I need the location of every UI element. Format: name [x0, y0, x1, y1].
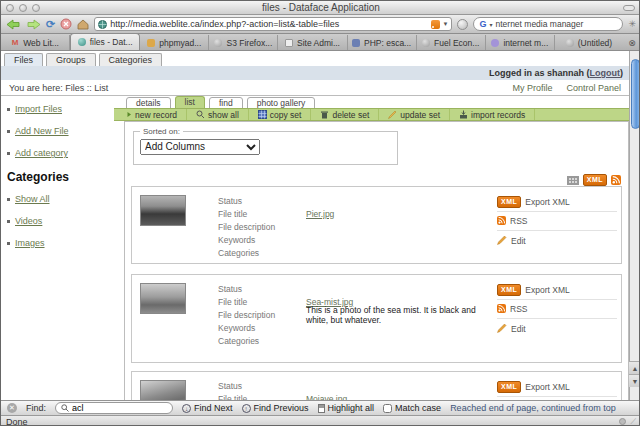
globe-teal-icon — [78, 38, 86, 46]
globe-gray-icon — [566, 39, 574, 47]
show-all-button[interactable]: show all — [187, 109, 249, 120]
new-record-button[interactable]: new record — [114, 109, 187, 120]
sidebar-show-all[interactable]: Show All — [15, 194, 50, 204]
magnifier-icon — [61, 404, 69, 412]
toolbar-extra-icon[interactable]: ✳ — [628, 19, 636, 29]
sorted-on-label: Sorted on: — [140, 127, 183, 136]
resize-grip-icon[interactable]: ⟋ — [630, 417, 636, 426]
browser-tab[interactable]: internet m... — [486, 35, 555, 50]
toolbar-toggle-pill[interactable] — [623, 5, 635, 11]
browser-tab[interactable]: MWeb Lit... — [1, 35, 70, 50]
find-field — [55, 402, 173, 414]
back-button[interactable] — [6, 19, 21, 30]
url-field: ▼ — [94, 17, 452, 31]
scrollbar-thumb[interactable] — [631, 59, 640, 129]
purple-site-icon — [491, 39, 499, 47]
browser-window: files - Dataface Application ⟳ ▼ G ▾ ✳ — [0, 0, 640, 426]
bullet-icon — [7, 152, 10, 155]
xml-export-icon: XML — [497, 284, 521, 296]
match-case-checkbox[interactable] — [383, 404, 392, 413]
home-button[interactable] — [77, 19, 89, 30]
logout-link[interactable]: Logout — [590, 68, 621, 78]
find-status-text: Reached end of page, continued from top — [450, 403, 616, 413]
arrow-down-circle-icon: ↓ — [182, 404, 191, 413]
close-findbar-button[interactable]: ✕ — [7, 403, 17, 413]
forward-button[interactable] — [26, 19, 41, 30]
browser-tab[interactable]: (Untitled) — [555, 35, 623, 50]
xml-export-icon[interactable]: XML — [583, 174, 607, 186]
record-row: Status File titleMojave.jpg File descrip… — [131, 371, 622, 400]
edit-pencil-icon — [497, 323, 507, 335]
xml-export-icon: XML — [497, 381, 521, 393]
status-text: Done — [6, 417, 28, 426]
browser-tab[interactable]: S3 Firefox... — [209, 35, 278, 50]
file-thumbnail[interactable] — [140, 195, 186, 226]
update-set-button[interactable]: update set — [379, 109, 450, 120]
window-titlebar: files - Dataface Application — [1, 1, 640, 15]
tab-groups[interactable]: Groups — [46, 53, 96, 66]
edit-link[interactable]: Edit — [511, 324, 526, 334]
url-input[interactable] — [110, 19, 427, 29]
scroll-down-arrow[interactable]: ▼ — [629, 374, 640, 387]
export-xml-link[interactable]: Export XML — [525, 285, 569, 295]
document-icon — [285, 39, 293, 47]
find-label: Find: — [26, 403, 46, 413]
browser-tab[interactable]: PHP: esca... — [348, 35, 417, 50]
gmail-icon: M — [11, 39, 19, 47]
go-button[interactable] — [457, 19, 468, 30]
file-title-link[interactable]: Pier.jpg — [306, 209, 334, 219]
sidebar-images[interactable]: Images — [15, 238, 45, 248]
file-thumbnail[interactable] — [140, 380, 186, 400]
sidebar-import-files[interactable]: Import Files — [15, 104, 62, 114]
search-engine-caret[interactable]: ▾ — [489, 21, 492, 28]
tab-files[interactable]: Files — [4, 53, 43, 66]
page-content: Files Groups Categories Logged in as sha… — [1, 51, 640, 400]
web-search-input[interactable] — [495, 19, 603, 29]
session-bar: Logged in as shannah (Logout) — [1, 66, 629, 80]
sidebar-add-new-file[interactable]: Add New File — [15, 126, 69, 136]
browser-tab[interactable]: Site Admi... — [278, 35, 347, 50]
rss-icon — [497, 304, 506, 315]
bullet-icon — [7, 242, 10, 245]
browser-tab-active[interactable]: files - Dat... — [70, 33, 140, 50]
close-tab-button[interactable]: ⊗ — [623, 35, 640, 50]
export-xml-link[interactable]: Export XML — [525, 382, 569, 392]
vertical-scrollbar[interactable]: ▲ ▼ — [629, 51, 640, 400]
record-row: Status File titleSea-mist.jpg File descr… — [131, 274, 622, 363]
search-field: G ▾ — [473, 17, 623, 31]
import-records-button[interactable]: import records — [450, 109, 535, 120]
globe-gray-icon — [422, 39, 430, 47]
sidebar: Import Files Add New File Add category C… — [7, 104, 111, 260]
find-previous-button[interactable]: ↑Find Previous — [242, 403, 309, 413]
edit-link[interactable]: Edit — [511, 236, 526, 246]
control-panel-link[interactable]: Control Panel — [566, 83, 621, 93]
stop-button[interactable] — [60, 18, 72, 30]
my-profile-link[interactable]: My Profile — [512, 83, 552, 93]
browser-tab[interactable]: Fuel Econ... — [417, 35, 486, 50]
find-input[interactable] — [72, 403, 157, 413]
scroll-up-arrow[interactable]: ▲ — [629, 361, 640, 374]
delete-set-button[interactable]: delete set — [311, 109, 379, 120]
table-view-icon[interactable] — [567, 176, 579, 185]
trash-icon — [320, 110, 329, 119]
rss-feed-icon[interactable] — [431, 20, 440, 29]
export-xml-link[interactable]: Export XML — [525, 197, 569, 207]
find-next-button[interactable]: ↓Find Next — [182, 403, 233, 413]
match-case-toggle[interactable]: Match case — [383, 403, 441, 413]
url-dropdown-caret[interactable]: ▼ — [443, 21, 449, 27]
site-globe-icon — [98, 20, 107, 29]
highlight-all-button[interactable]: Highlight all — [318, 403, 375, 413]
reload-button[interactable]: ⟳ — [46, 18, 55, 31]
add-columns-select[interactable]: Add Columns — [140, 139, 260, 155]
phpmyadmin-icon — [147, 39, 155, 47]
copy-set-button[interactable]: copy set — [249, 109, 312, 120]
rss-link[interactable]: RSS — [510, 304, 527, 314]
browser-tab[interactable]: phpmyad... — [140, 35, 209, 50]
record-toolbar: new record show all copy set delete set … — [114, 108, 629, 121]
file-thumbnail[interactable] — [140, 283, 186, 314]
record-row: Status File titlePier.jpg File descripti… — [131, 186, 622, 264]
sidebar-add-category[interactable]: Add category — [15, 148, 68, 158]
tab-categories[interactable]: Categories — [99, 53, 163, 66]
rss-link[interactable]: RSS — [510, 216, 527, 226]
sidebar-videos[interactable]: Videos — [15, 216, 42, 226]
